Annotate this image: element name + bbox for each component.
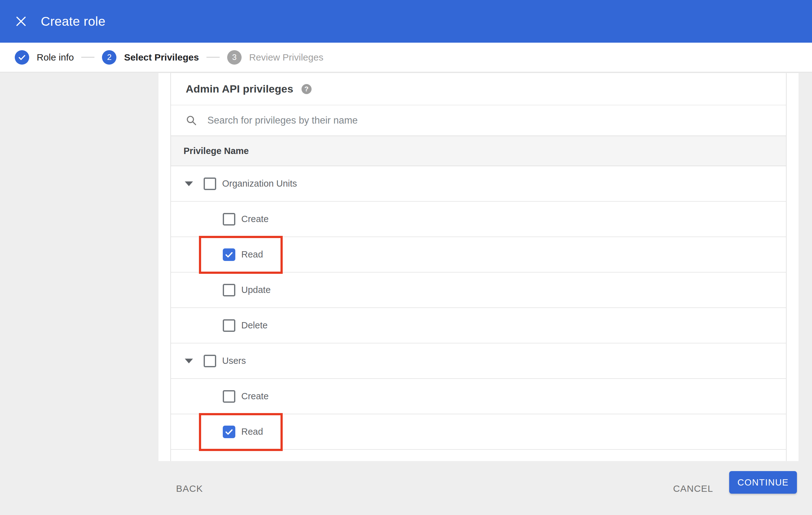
table-row-organization-units-read: Read [171,237,786,273]
table-row-users-read: Read [171,414,786,450]
help-icon[interactable]: ? [301,84,312,94]
search-icon [185,115,197,126]
step-number-circle: 2 [102,50,116,65]
checkbox-users[interactable] [204,355,216,367]
privilege-label: Update [241,285,271,295]
step-review-privileges: 3 Review Privileges [227,50,323,65]
app-bar: Create role [0,0,812,43]
footer: BACK CANCEL CONTINUE [0,461,812,515]
privilege-search-row [171,105,786,136]
close-icon[interactable] [10,10,32,32]
stepper: Role info 2 Select Privileges 3 Review P… [0,43,812,72]
privilege-label: Read [241,427,263,437]
check-icon [224,427,234,436]
content-panel: Admin API privileges ? Privilege Name Or… [158,73,799,461]
step-label: Role info [37,52,74,63]
privilege-label: Delete [241,320,268,331]
privilege-label: Create [241,214,268,224]
privilege-rows: Organization UnitsCreateReadUpdateDelete… [171,166,786,450]
step-role-info[interactable]: Role info [15,50,74,65]
continue-button[interactable]: CONTINUE [729,471,797,494]
step-select-privileges[interactable]: 2 Select Privileges [102,50,199,65]
privileges-card: Admin API privileges ? Privilege Name Or… [170,73,787,461]
step-number-circle: 3 [227,50,241,65]
close-x-glyph [15,16,27,27]
collapse-triangle-icon[interactable] [185,181,193,186]
highlight-red-box [199,236,283,274]
highlight-red-box [199,413,283,451]
step-label: Review Privileges [249,52,323,63]
checkbox-organization-units-create[interactable] [223,213,235,225]
dialog-title: Create role [41,14,106,29]
back-button[interactable]: BACK [176,477,203,500]
privilege-name-column-header: Privilege Name [183,146,249,156]
cancel-button[interactable]: CANCEL [673,477,713,500]
search-input[interactable] [207,115,678,126]
privilege-label: Users [222,356,246,366]
section-title: Admin API privileges [186,83,293,95]
checkbox-organization-units-update[interactable] [223,284,235,296]
step-label: Select Privileges [124,52,199,63]
table-row-partial [171,450,786,460]
table-row-users-create: Create [171,379,786,414]
check-icon [224,250,234,260]
table-row-organization-units-update: Update [171,273,786,308]
step-complete-check-circle [15,50,29,65]
table-row-organization-units-delete: Delete [171,308,786,343]
privilege-label: Organization Units [222,178,297,189]
checkbox-organization-units[interactable] [204,178,216,190]
privilege-label: Create [241,391,268,401]
table-row-organization-units: Organization Units [171,166,786,202]
section-heading-row: Admin API privileges ? [171,73,786,105]
stepper-connector [81,57,94,58]
table-row-organization-units-create: Create [171,202,786,237]
checkbox-organization-units-delete[interactable] [223,319,235,332]
checkbox-checked-users-read[interactable] [223,426,235,438]
privilege-label: Read [241,249,263,260]
checkbox-users-create[interactable] [223,390,235,403]
checkbox-checked-organization-units-read[interactable] [223,248,235,261]
table-header: Privilege Name [171,136,786,166]
stepper-connector [206,57,220,58]
collapse-triangle-icon[interactable] [185,359,193,363]
check-icon [18,53,26,62]
table-row-users: Users [171,343,786,379]
